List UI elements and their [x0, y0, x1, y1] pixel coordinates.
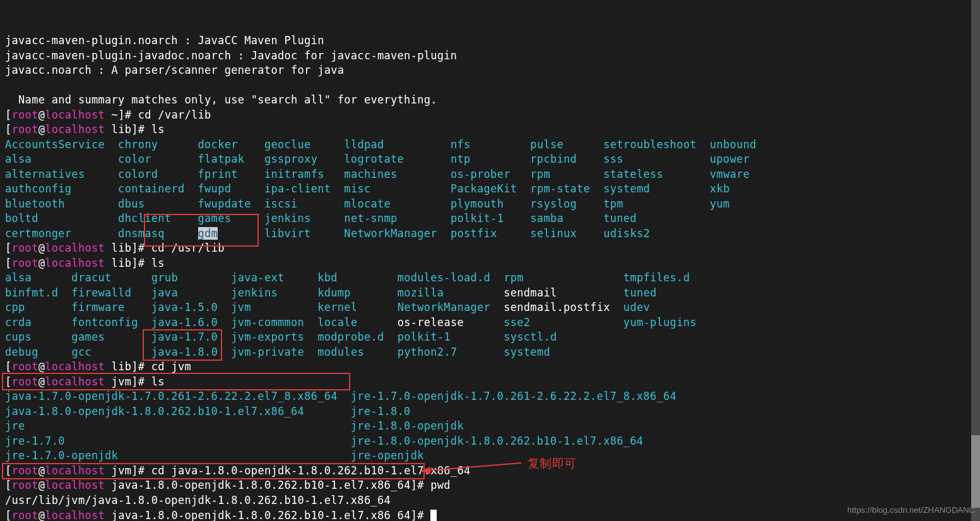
- ls-row: alsa dracut grub java-ext kbd modules-lo…: [5, 271, 690, 284]
- ls-row: java-1.8.0-openjdk-1.8.0.262.b10-1.el7.x…: [5, 405, 411, 418]
- prompt-line: [root@localhost lib]# cd jvm: [5, 360, 191, 373]
- ls-row: binfmt.d firewalld java jenkins kdump mo…: [5, 286, 657, 299]
- ls-row: AccountsService chrony docker geoclue ll…: [5, 138, 757, 151]
- ls-row: boltd dhclient games jenkins net-snmp po…: [5, 212, 637, 225]
- cursor-icon: [430, 510, 437, 521]
- ls-row: jre-1.7.0 jre-1.8.0-openjdk-1.8.0.262.b1…: [5, 435, 643, 447]
- arrow-icon: [420, 459, 528, 478]
- svg-line-0: [428, 463, 521, 471]
- ls-row: authconfig containerd fwupd ipa-client m…: [5, 182, 729, 195]
- output-line: javacc.noarch : A parser/scanner generat…: [5, 64, 344, 76]
- highlight-box: [2, 373, 350, 390]
- prompt-line: [root@localhost ~]# cd /var/lib: [5, 108, 211, 121]
- ls-row: alsa color flatpak gssproxy logrotate nt…: [5, 153, 750, 165]
- highlight-box: [144, 214, 259, 247]
- ls-row: cups games java-1.7.0 jvm-exports modpro…: [5, 331, 557, 343]
- ls-row: jre-1.7.0-openjdk jre-openjdk: [5, 449, 424, 462]
- ls-row: java-1.7.0-openjdk-1.7.0.261-2.6.22.2.el…: [5, 390, 676, 402]
- ls-row: jre jre-1.8.0-openjdk: [5, 419, 464, 432]
- highlight-box: [143, 329, 222, 361]
- prompt-line[interactable]: [root@localhost java-1.8.0-openjdk-1.8.0…: [5, 509, 437, 521]
- highlight-box: [2, 463, 425, 479]
- annotation-text: 复制即可: [528, 456, 576, 471]
- ls-row: cpp firmware java-1.5.0 jvm kernel Netwo…: [5, 301, 650, 313]
- scrollbar[interactable]: [971, 0, 980, 521]
- svg-marker-1: [420, 467, 430, 474]
- watermark: https://blog.csdn.net/ZHANGDANC: [847, 503, 975, 518]
- ls-row: certmonger dnsmasq gdm libvirt NetworkMa…: [5, 227, 650, 240]
- output-line: Name and summary matches only, use "sear…: [5, 93, 437, 106]
- prompt-line: [root@localhost lib]# ls: [5, 123, 165, 136]
- pwd-output: /usr/lib/jvm/java-1.8.0-openjdk-1.8.0.26…: [5, 494, 391, 506]
- scrollbar-thumb[interactable]: [971, 435, 980, 508]
- prompt-line: [root@localhost lib]# ls: [5, 257, 165, 269]
- ls-row: crda fontconfig java-1.6.0 jvm-commmon l…: [5, 316, 697, 329]
- ls-row: alternatives colord fprint initramfs mac…: [5, 168, 750, 180]
- output-line: javacc-maven-plugin-javadoc.noarch : Jav…: [5, 49, 457, 62]
- prompt-line: [root@localhost java-1.8.0-openjdk-1.8.0…: [5, 479, 451, 491]
- ls-row: debug gcc java-1.8.0 jvm-private modules…: [5, 346, 550, 358]
- output-line: javacc-maven-plugin.noarch : JavaCC Mave…: [5, 34, 324, 47]
- terminal-window[interactable]: javacc-maven-plugin.noarch : JavaCC Mave…: [0, 0, 980, 521]
- ls-row: bluetooth dbus fwupdate iscsi mlocate pl…: [5, 197, 729, 210]
